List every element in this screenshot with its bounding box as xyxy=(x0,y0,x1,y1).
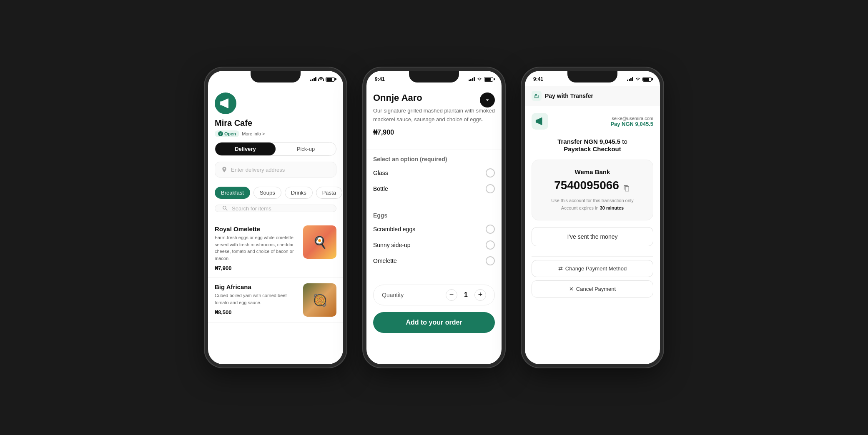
pickup-tab[interactable]: Pick-up xyxy=(276,142,336,155)
search-bar[interactable]: Search for items xyxy=(215,205,336,212)
option-sunnyside-label: Sunny side-up xyxy=(373,242,411,248)
restaurant-name: Mira Cafe xyxy=(215,118,336,128)
transfer-text: Transfer NGN 9,045.5 to Paystack Checkou… xyxy=(557,138,627,152)
wifi-icon-3 xyxy=(635,77,641,81)
category-soups[interactable]: Soups xyxy=(253,187,281,199)
category-drinks[interactable]: Drinks xyxy=(285,187,313,199)
account-number: 7540095066 xyxy=(554,179,619,192)
quantity-decrease[interactable]: − xyxy=(446,289,457,301)
phone-payment: 9:41 Pay with Transfer xyxy=(522,68,663,368)
bank-note: Use this account for this transaction on… xyxy=(540,197,645,212)
battery-icon-3 xyxy=(642,77,652,82)
status-time-3: 9:41 xyxy=(533,76,543,82)
payment-header: Pay with Transfer xyxy=(525,86,660,106)
restaurant-logo xyxy=(215,92,236,114)
signal-icon-2 xyxy=(469,77,475,81)
merchant-row: seike@usemira.com Pay NGN 9,045.5 xyxy=(532,113,653,130)
status-time-2: 9:41 xyxy=(375,76,385,82)
delivery-tab[interactable]: Delivery xyxy=(215,142,276,155)
item-price-2: ₦8,500 xyxy=(215,309,298,315)
change-payment-button[interactable]: ⇄ Change Payment Method xyxy=(532,260,653,277)
option-scrambled[interactable]: Scrambled eggs xyxy=(373,225,495,234)
option-section-type: Select an option (required) Glass Bottle xyxy=(366,150,502,206)
option-section-eggs: Eggs Scrambled eggs Sunny side-up Omelet… xyxy=(366,206,502,278)
item-desc-2: Cubed boiled yam with corned beef tomato… xyxy=(215,292,298,306)
option-sunnyside[interactable]: Sunny side-up xyxy=(373,240,495,250)
bank-name: Wema Bank xyxy=(540,168,645,175)
radio-omelette[interactable] xyxy=(486,256,495,265)
item-name-1: Royal Omelette xyxy=(215,225,298,232)
merchant-email: seike@usemira.com xyxy=(610,116,653,121)
battery-icon xyxy=(326,77,335,82)
item-desc-1: Farm-fresh eggs or egg white omelette se… xyxy=(215,234,298,262)
item-description: Our signature grilled mashed plantain wi… xyxy=(373,107,495,124)
add-to-order-button[interactable]: Add to your order xyxy=(373,312,495,333)
option-label: Select an option (required) xyxy=(373,156,495,162)
address-placeholder: Enter delivery address xyxy=(231,167,285,173)
search-placeholder: Search for items xyxy=(232,205,271,212)
open-badge: Open xyxy=(215,130,239,137)
menu-item[interactable]: Big Africana Cubed boiled yam with corne… xyxy=(208,278,343,323)
option-scrambled-label: Scrambled eggs xyxy=(373,226,415,232)
option-omelette-label: Omelette xyxy=(373,258,397,264)
item-name-2: Big Africana xyxy=(215,283,298,290)
radio-scrambled[interactable] xyxy=(486,225,495,234)
cancel-icon: ✕ xyxy=(569,286,574,292)
option-glass[interactable]: Glass xyxy=(373,168,495,178)
phone-item-detail: 9:41 Onnje Aaro Our signature grilled ma… xyxy=(363,68,505,368)
item-image-1: 🍳 xyxy=(303,225,336,259)
address-input[interactable]: Enter delivery address xyxy=(215,162,336,178)
bank-card: Wema Bank 7540095066 Use this account fo… xyxy=(532,160,653,220)
sent-money-button[interactable]: I've sent the money xyxy=(532,227,653,246)
battery-icon-2 xyxy=(484,77,493,82)
transfer-instruction: Transfer NGN 9,045.5 to Paystack Checkou… xyxy=(532,138,653,153)
change-payment-icon: ⇄ xyxy=(558,265,563,272)
cancel-payment-button[interactable]: ✕ Cancel Payment xyxy=(532,280,653,298)
radio-glass[interactable] xyxy=(486,168,495,178)
pay-transfer-icon xyxy=(532,91,542,101)
category-tabs: Breakfast Soups Drinks Pasta xyxy=(208,187,343,199)
item-title: Onnje Aaro xyxy=(373,92,495,103)
wifi-icon xyxy=(318,77,324,81)
quantity-label: Quantity xyxy=(382,292,404,298)
phone-restaurant: Mira Cafe Open More info > Delivery Pick… xyxy=(205,68,346,368)
item-image-2: 🥘 xyxy=(303,283,336,317)
item-price: ₦7,900 xyxy=(373,128,495,136)
quantity-value: 1 xyxy=(464,291,468,299)
collapse-button[interactable] xyxy=(480,92,495,108)
radio-sunnyside[interactable] xyxy=(486,240,495,250)
restaurant-status: Open More info > xyxy=(215,130,336,137)
wifi-icon-2 xyxy=(477,77,482,81)
option-bottle-label: Bottle xyxy=(373,185,388,192)
merchant-amount: Pay NGN 9,045.5 xyxy=(610,121,653,127)
option-omelette[interactable]: Omelette xyxy=(373,256,495,265)
delivery-toggle: Delivery Pick-up xyxy=(215,142,336,156)
eggs-label: Eggs xyxy=(373,212,495,219)
item-price-1: ₦7,900 xyxy=(215,265,298,271)
category-pasta[interactable]: Pasta xyxy=(316,187,342,199)
radio-bottle[interactable] xyxy=(486,184,495,193)
merchant-icon xyxy=(532,113,548,130)
signal-icon-3 xyxy=(627,77,633,81)
pay-header-label: Pay with Transfer xyxy=(545,92,593,99)
copy-icon[interactable] xyxy=(622,181,631,190)
more-info-link[interactable]: More info > xyxy=(242,131,265,136)
option-bottle[interactable]: Bottle xyxy=(373,184,495,193)
signal-icon xyxy=(310,77,316,81)
quantity-increase[interactable]: + xyxy=(474,289,486,301)
quantity-bar: Quantity − 1 + xyxy=(373,285,495,305)
menu-item[interactable]: Royal Omelette Farm-fresh eggs or egg wh… xyxy=(208,220,343,278)
category-breakfast[interactable]: Breakfast xyxy=(215,187,250,199)
option-glass-label: Glass xyxy=(373,170,388,176)
divider xyxy=(532,256,653,257)
